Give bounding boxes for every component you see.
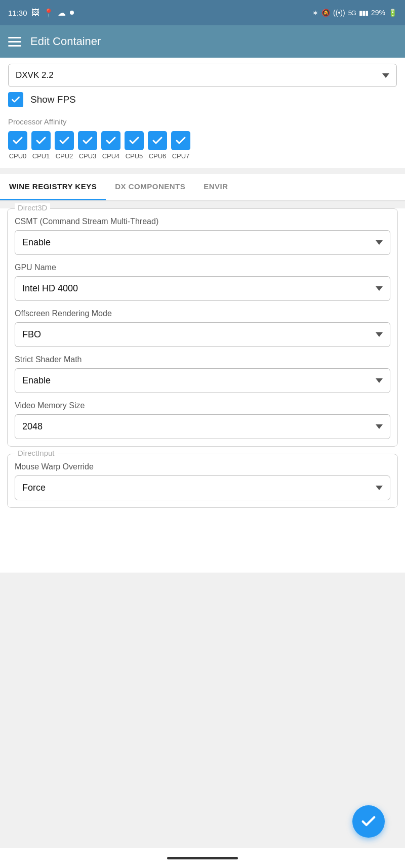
dxvk-dropdown-arrow — [382, 73, 389, 78]
mouse-warp-override-select[interactable]: Force — [15, 475, 390, 500]
strict-shader-math-label: Strict Shader Math — [15, 355, 390, 364]
signal-bars-icon: ▮▮▮ — [359, 9, 368, 17]
gpu-name-value: Intel HD 4000 — [22, 283, 78, 294]
direct3d-group-label: Direct3D — [15, 203, 50, 212]
status-bar: 11:30 🖼 📍 ☁ ∗ 🔕 ((•)) 5G ▮▮▮ 29% 🔋 — [0, 0, 405, 25]
bottom-home-indicator — [167, 857, 238, 859]
tabs-bar: WINE REGISTRY KEYS DX COMPONENTS ENVIR — [0, 174, 405, 201]
tab-wine-registry-keys[interactable]: WINE REGISTRY KEYS — [0, 174, 106, 200]
cpu3-item: CPU3 — [78, 131, 97, 160]
cloud-icon: ☁ — [58, 8, 66, 18]
wifi-icon: ((•)) — [333, 9, 345, 17]
tab-environment[interactable]: ENVIR — [194, 174, 237, 200]
gpu-name-field: GPU Name Intel HD 4000 — [15, 263, 390, 301]
show-fps-row: Show FPS — [8, 87, 397, 110]
signal-5g-icon: 5G — [348, 9, 356, 17]
status-bar-right: ∗ 🔕 ((•)) 5G ▮▮▮ 29% 🔋 — [312, 9, 397, 17]
cpu4-checkbox[interactable] — [101, 131, 120, 150]
cpu7-label: CPU7 — [172, 152, 190, 160]
offscreen-rendering-field: Offscreen Rendering Mode FBO — [15, 309, 390, 347]
strict-shader-math-select[interactable]: Enable — [15, 368, 390, 393]
mute-icon: 🔕 — [321, 9, 330, 17]
check-icon — [360, 813, 377, 830]
csmt-dropdown-arrow — [376, 240, 383, 245]
video-memory-size-value: 2048 — [22, 421, 43, 432]
gpu-name-select[interactable]: Intel HD 4000 — [15, 276, 390, 301]
dxvk-dropdown[interactable]: DXVK 2.2 — [8, 64, 397, 87]
cpu3-checkbox[interactable] — [78, 131, 97, 150]
csmt-label: CSMT (Command Stream Multi-Thread) — [15, 217, 390, 226]
video-memory-size-label: Video Memory Size — [15, 401, 390, 410]
cpu1-item: CPU1 — [31, 131, 51, 160]
mouse-warp-override-label: Mouse Warp Override — [15, 462, 390, 471]
offscreen-rendering-select[interactable]: FBO — [15, 322, 390, 347]
cpu7-checkbox[interactable] — [171, 131, 190, 150]
directinput-group: DirectInput Mouse Warp Override Force — [7, 454, 398, 508]
settings-panel: Direct3D CSMT (Command Stream Multi-Thre… — [0, 208, 405, 573]
strict-shader-math-dropdown-arrow — [376, 378, 383, 383]
battery-label: 29% — [371, 9, 385, 17]
show-fps-checkbox[interactable] — [8, 92, 23, 107]
save-fab-button[interactable] — [352, 805, 385, 838]
cpu2-label: CPU2 — [56, 152, 73, 160]
direct3d-group: Direct3D CSMT (Command Stream Multi-Thre… — [7, 208, 398, 447]
cpu3-label: CPU3 — [79, 152, 97, 160]
strict-shader-math-value: Enable — [22, 375, 51, 386]
cpu0-label: CPU0 — [9, 152, 27, 160]
mouse-warp-override-value: Force — [22, 483, 46, 493]
cpu-grid: CPU0 CPU1 CPU2 CPU3 — [8, 131, 397, 160]
cpu2-item: CPU2 — [55, 131, 74, 160]
time-display: 11:30 — [8, 9, 27, 17]
offscreen-rendering-dropdown-arrow — [376, 332, 383, 337]
menu-icon[interactable] — [8, 37, 21, 47]
csmt-select[interactable]: Enable — [15, 230, 390, 255]
bottom-navigation-bar — [0, 848, 405, 868]
cpu4-label: CPU4 — [102, 152, 120, 160]
cpu2-checkbox[interactable] — [55, 131, 74, 150]
cpu6-label: CPU6 — [149, 152, 167, 160]
gpu-name-label: GPU Name — [15, 263, 390, 272]
cpu6-checkbox[interactable] — [148, 131, 167, 150]
page-title: Edit Container — [30, 35, 101, 48]
battery-icon: 🔋 — [388, 9, 397, 17]
cpu0-item: CPU0 — [8, 131, 27, 160]
show-fps-label: Show FPS — [30, 94, 76, 105]
dxvk-value: DXVK 2.2 — [16, 70, 54, 80]
dxvk-section: DXVK 2.2 Show FPS Processor Affinity CPU… — [0, 58, 405, 168]
cpu5-item: CPU5 — [125, 131, 144, 160]
dot-icon — [70, 11, 74, 15]
offscreen-rendering-value: FBO — [22, 329, 41, 340]
gallery-icon: 🖼 — [31, 8, 39, 17]
app-bar: Edit Container — [0, 25, 405, 58]
cpu7-item: CPU7 — [171, 131, 190, 160]
status-bar-left: 11:30 🖼 📍 ☁ — [8, 8, 74, 18]
location-icon: 📍 — [44, 8, 54, 18]
offscreen-rendering-label: Offscreen Rendering Mode — [15, 309, 390, 318]
cpu6-item: CPU6 — [148, 131, 167, 160]
bluetooth-icon: ∗ — [312, 9, 318, 17]
cpu5-checkbox[interactable] — [125, 131, 144, 150]
csmt-value: Enable — [22, 237, 51, 248]
cpu4-item: CPU4 — [101, 131, 120, 160]
tab-dx-components[interactable]: DX COMPONENTS — [106, 174, 194, 200]
gpu-name-dropdown-arrow — [376, 286, 383, 291]
cpu1-checkbox[interactable] — [31, 131, 51, 150]
video-memory-size-dropdown-arrow — [376, 424, 383, 429]
cpu1-label: CPU1 — [32, 152, 50, 160]
strict-shader-math-field: Strict Shader Math Enable — [15, 355, 390, 393]
mouse-warp-override-field: Mouse Warp Override Force — [15, 462, 390, 500]
video-memory-size-select[interactable]: 2048 — [15, 414, 390, 439]
directinput-group-label: DirectInput — [15, 449, 58, 457]
csmt-field: CSMT (Command Stream Multi-Thread) Enabl… — [15, 217, 390, 255]
video-memory-size-field: Video Memory Size 2048 — [15, 401, 390, 439]
processor-affinity-label: Processor Affinity — [8, 117, 397, 126]
mouse-warp-override-dropdown-arrow — [376, 486, 383, 490]
cpu5-label: CPU5 — [126, 152, 143, 160]
cpu0-checkbox[interactable] — [8, 131, 27, 150]
